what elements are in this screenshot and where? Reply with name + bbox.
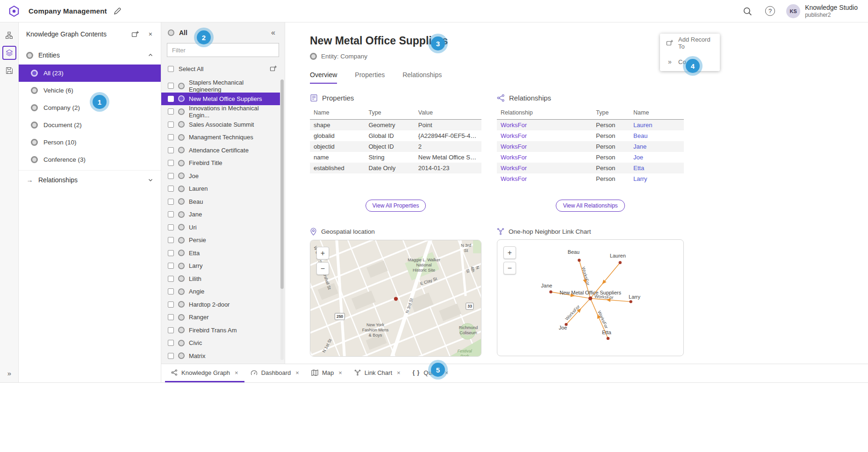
link-chart-center-node[interactable] [588,296,592,300]
record-list-item[interactable]: Matrix [161,350,280,363]
record-list-item[interactable]: Angie [161,285,280,298]
record-checkbox[interactable] [168,340,174,346]
relationships-section-header[interactable]: → Relationships [19,170,161,189]
select-all-checkbox[interactable] [168,66,174,72]
record-list-item[interactable]: Staplers Mechanical Engineering [161,79,280,93]
record-checkbox[interactable] [168,250,174,256]
record-checkbox[interactable] [168,108,174,115]
record-checkbox[interactable] [168,301,174,308]
record-checkbox[interactable] [168,134,174,140]
related-entity-link[interactable]: Beau [633,132,647,139]
record-list-item[interactable]: Etta [161,247,280,260]
record-list-item[interactable]: Hardtop 2-door [161,298,280,311]
expand-rail-button[interactable]: » [0,369,19,378]
record-list-item[interactable]: Beau [161,195,280,208]
add-record-button[interactable] [269,64,278,73]
entity-type-row[interactable]: Person (10) [19,134,161,151]
record-list-item[interactable]: New Metal Office Suppliers [161,93,280,106]
tab-properties[interactable]: Properties [355,71,385,84]
user-avatar[interactable]: KS [786,4,800,18]
record-list-item[interactable]: Jane [161,208,280,221]
menu-item-add-record-to[interactable]: Add Record To [660,34,720,52]
relationship-link[interactable]: WorksFor [501,132,527,139]
view-all-properties-button[interactable]: View All Properties [366,200,426,212]
link-chart-node[interactable] [618,261,621,264]
record-checkbox[interactable] [168,276,174,282]
related-entity-link[interactable]: Jane [633,143,646,150]
record-list-item[interactable]: Lauren [161,182,280,195]
record-checkbox[interactable] [168,147,174,153]
help-button[interactable]: ? [763,4,777,18]
entity-type-row[interactable]: Company (2) [19,99,161,116]
bottom-tab-knowledge-graph[interactable]: Knowledge Graph × [165,364,244,382]
select-all-row[interactable]: Select All [161,62,285,76]
bottom-tab-map[interactable]: Map × [305,364,348,382]
record-list-item[interactable]: Joe [161,170,280,183]
bottom-tab-link-chart[interactable]: Link Chart × [348,364,407,382]
filter-input[interactable] [171,46,275,54]
entities-section-header[interactable]: Entities [19,46,161,65]
record-checkbox[interactable] [168,186,174,192]
record-list-item[interactable]: Attendance Certificate [161,144,280,157]
graph-structure-tool[interactable] [2,28,16,42]
record-list-item[interactable]: Sales Associate Summit [161,118,280,131]
relationship-link[interactable]: WorksFor [501,165,527,172]
close-tab-icon[interactable]: × [235,369,238,376]
link-chart-node[interactable] [629,300,632,303]
link-chart-node[interactable] [578,259,581,262]
close-tab-icon[interactable]: × [338,369,342,376]
collapse-panel-button[interactable]: « [268,28,278,37]
record-checkbox[interactable] [168,83,174,89]
geospatial-map[interactable]: Maggie L. Walker National Historic SiteN… [310,240,481,357]
record-list-item[interactable]: Managment Techniques [161,131,280,144]
record-checkbox[interactable] [168,122,174,128]
search-button[interactable] [741,5,754,18]
record-checkbox[interactable] [168,199,174,205]
entity-type-row[interactable]: Conference (3) [19,151,161,168]
close-tab-icon[interactable]: × [445,369,449,376]
scrollbar-track[interactable] [280,79,284,360]
record-list-item[interactable]: Firebird Trans Am [161,324,280,337]
record-list-item[interactable]: Innovations in Mechanical Engin... [161,105,280,118]
tab-overview[interactable]: Overview [310,71,337,84]
add-to-panel-button[interactable] [130,29,140,39]
entity-type-row[interactable]: All (23) [19,65,161,82]
tab-relationships[interactable]: Relationships [402,71,442,84]
record-checkbox[interactable] [168,96,174,102]
zoom-in-button[interactable]: + [503,246,516,259]
record-checkbox[interactable] [168,224,174,230]
record-checkbox[interactable] [168,160,174,166]
related-entity-link[interactable]: Joe [633,154,643,161]
record-list-item[interactable]: Persie [161,234,280,247]
chevron-up-icon[interactable] [148,52,153,58]
record-checkbox[interactable] [168,327,174,333]
related-entity-link[interactable]: Lauren [633,122,652,129]
close-tab-icon[interactable]: × [397,369,401,376]
record-list-item[interactable]: Firebird Title [161,157,280,170]
record-checkbox[interactable] [168,211,174,217]
record-checkbox[interactable] [168,263,174,269]
save-tool[interactable] [2,64,16,78]
record-checkbox[interactable] [168,314,174,320]
entity-type-row[interactable]: Vehicle (6) [19,82,161,99]
relationship-link[interactable]: WorksFor [501,122,527,129]
record-checkbox[interactable] [168,173,174,179]
one-hop-link-chart[interactable]: WorksForWorksForWorksForWorksForBeauLaur… [497,239,684,356]
relationship-link[interactable]: WorksFor [501,154,527,161]
entity-type-row[interactable]: Document (2) [19,116,161,134]
view-all-relationships-button[interactable]: View All Relationships [556,200,624,212]
edit-title-button[interactable] [112,6,123,17]
record-list-item[interactable]: Uri [161,221,280,234]
related-entity-link[interactable]: Etta [633,165,644,172]
link-chart-node[interactable] [549,290,552,293]
zoom-out-button[interactable]: − [316,262,329,275]
contents-layers-tool[interactable] [2,46,16,60]
related-entity-link[interactable]: Larry [633,175,647,182]
scrollbar-thumb[interactable] [280,79,284,289]
record-list-item[interactable]: Civic [161,337,280,350]
record-list-item[interactable]: Larry [161,259,280,273]
record-list-item[interactable]: Lilith [161,273,280,286]
relationship-link[interactable]: WorksFor [501,143,527,150]
app-logo-icon[interactable] [7,5,20,17]
bottom-tab-query[interactable]: { } Query × [407,364,455,382]
